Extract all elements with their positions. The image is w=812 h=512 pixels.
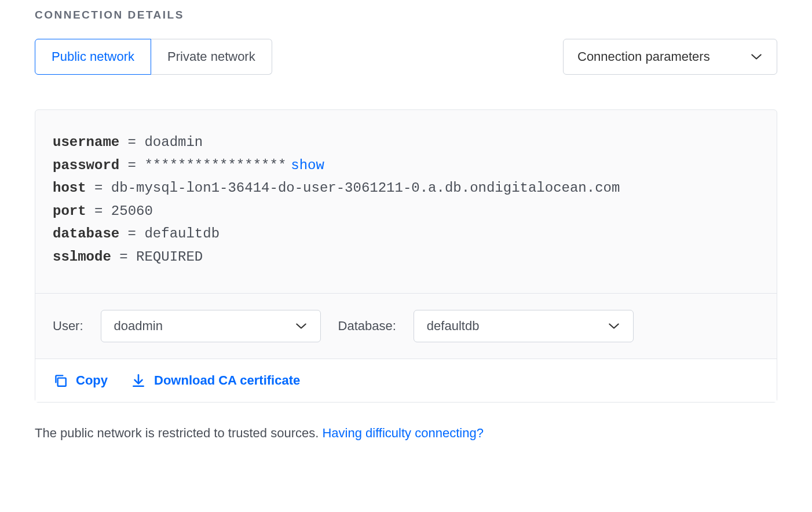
section-title: CONNECTION DETAILS bbox=[35, 9, 777, 21]
download-icon bbox=[131, 373, 146, 388]
user-selector-value: doadmin bbox=[114, 319, 163, 334]
database-selector-dropdown[interactable]: defaultdb bbox=[414, 310, 634, 342]
controls-row: Public network Private network Connectio… bbox=[35, 39, 777, 75]
copy-label: Copy bbox=[76, 373, 108, 388]
copy-button[interactable]: Copy bbox=[53, 373, 108, 388]
connection-parameters-code: username = doadmin password = **********… bbox=[35, 110, 777, 293]
actions-row: Copy Download CA certificate bbox=[35, 359, 777, 402]
database-selector-value: defaultdb bbox=[427, 319, 480, 334]
chevron-down-icon bbox=[295, 323, 308, 330]
param-sslmode: sslmode = REQUIRED bbox=[53, 246, 759, 269]
svg-rect-0 bbox=[58, 378, 66, 386]
copy-icon bbox=[53, 373, 68, 388]
tab-public-network[interactable]: Public network bbox=[35, 39, 151, 75]
network-tab-group: Public network Private network bbox=[35, 39, 272, 75]
chevron-down-icon bbox=[750, 53, 763, 60]
chevron-down-icon bbox=[608, 323, 620, 330]
param-port: port = 25060 bbox=[53, 200, 759, 223]
download-ca-label: Download CA certificate bbox=[154, 373, 300, 388]
selectors-row: User: doadmin Database: defaultdb bbox=[35, 293, 777, 359]
connection-view-dropdown[interactable]: Connection parameters bbox=[563, 39, 777, 75]
param-database: database = defaultdb bbox=[53, 222, 759, 246]
param-username: username = doadmin bbox=[53, 131, 759, 154]
download-ca-button[interactable]: Download CA certificate bbox=[131, 373, 300, 388]
footer-text: The public network is restricted to trus… bbox=[35, 426, 777, 441]
dropdown-selected-label: Connection parameters bbox=[577, 49, 710, 64]
user-selector-label: User: bbox=[53, 319, 83, 334]
user-selector-dropdown[interactable]: doadmin bbox=[101, 310, 321, 342]
param-host: host = db-mysql-lon1-36414-do-user-30612… bbox=[53, 177, 759, 200]
connection-details-box: username = doadmin password = **********… bbox=[35, 109, 777, 403]
database-selector-label: Database: bbox=[338, 319, 396, 334]
show-password-link[interactable]: show bbox=[291, 158, 324, 173]
param-password: password = *****************show bbox=[53, 154, 759, 177]
connection-help-link[interactable]: Having difficulty connecting? bbox=[322, 426, 483, 440]
tab-private-network[interactable]: Private network bbox=[151, 39, 272, 75]
